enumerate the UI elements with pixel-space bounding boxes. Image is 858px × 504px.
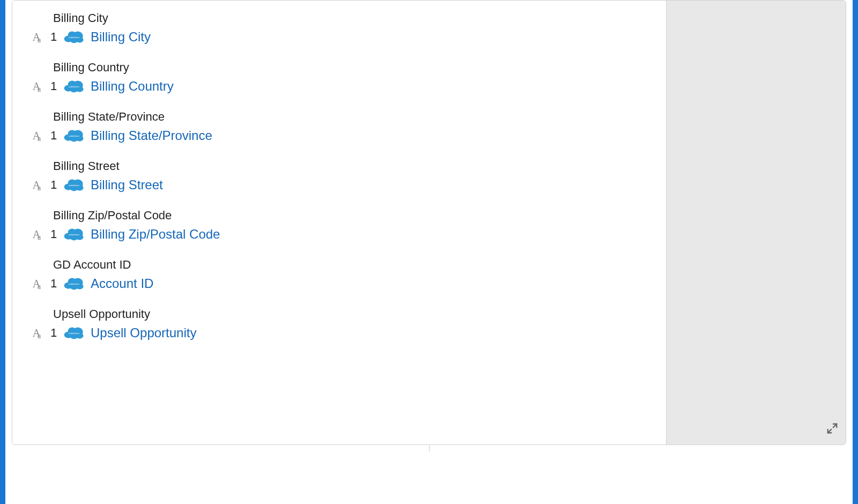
field-row: Aa 1 salesforce Billing State/Province	[28, 128, 645, 143]
field-title: GD Account ID	[53, 258, 645, 272]
divider-tick	[429, 445, 430, 451]
field-count: 1	[50, 178, 57, 192]
field-count: 1	[50, 326, 57, 340]
field-group: Billing Country Aa 1 salesforce Billing …	[28, 61, 645, 94]
text-type-icon: Aa	[28, 229, 45, 240]
field-link[interactable]: Billing Country	[91, 79, 174, 94]
field-row: Aa 1 salesforce Billing Zip/Postal Code	[28, 227, 645, 242]
field-count: 1	[50, 227, 57, 241]
field-title: Billing Street	[53, 159, 645, 173]
salesforce-icon: salesforce	[63, 128, 85, 143]
field-title: Billing Country	[53, 61, 645, 75]
field-title: Upsell Opportunity	[53, 307, 645, 321]
field-link[interactable]: Account ID	[91, 276, 153, 291]
svg-text:salesforce: salesforce	[69, 283, 79, 285]
side-panel	[666, 1, 846, 444]
field-row: Aa 1 salesforce Billing City	[28, 29, 645, 45]
field-link[interactable]: Billing State/Province	[91, 128, 212, 143]
field-link[interactable]: Upsell Opportunity	[91, 325, 196, 340]
field-group: GD Account ID Aa 1 salesforce Account ID	[28, 258, 645, 291]
text-type-icon: Aa	[28, 32, 45, 42]
bottom-area	[12, 445, 846, 496]
text-type-icon: Aa	[28, 130, 45, 141]
text-type-icon: Aa	[28, 81, 45, 92]
field-row: Aa 1 salesforce Billing Street	[28, 177, 645, 192]
field-link[interactable]: Billing City	[91, 29, 151, 45]
field-list-panel: Billing City Aa 1 salesforce Billing Cit…	[12, 1, 666, 444]
salesforce-icon: salesforce	[63, 29, 85, 45]
field-count: 1	[50, 129, 57, 143]
field-row: Aa 1 salesforce Upsell Opportunity	[28, 325, 645, 340]
svg-text:salesforce: salesforce	[69, 36, 79, 39]
text-type-icon: Aa	[28, 180, 45, 190]
field-title: Billing State/Province	[53, 110, 645, 124]
salesforce-icon: salesforce	[63, 79, 85, 94]
field-group: Upsell Opportunity Aa 1 salesforce Upsel…	[28, 307, 645, 340]
field-group: Billing State/Province Aa 1 salesforce B…	[28, 110, 645, 143]
salesforce-icon: salesforce	[63, 276, 85, 291]
salesforce-icon: salesforce	[63, 177, 85, 192]
salesforce-icon: salesforce	[63, 227, 85, 242]
svg-text:salesforce: salesforce	[69, 85, 79, 88]
field-group: Billing Street Aa 1 salesforce Billing S…	[28, 159, 645, 192]
svg-text:salesforce: salesforce	[69, 332, 79, 335]
field-group: Billing City Aa 1 salesforce Billing Cit…	[28, 11, 645, 45]
field-group: Billing Zip/Postal Code Aa 1 salesforce …	[28, 209, 645, 242]
field-title: Billing City	[53, 11, 645, 25]
field-link[interactable]: Billing Street	[91, 177, 163, 192]
field-row: Aa 1 salesforce Account ID	[28, 276, 645, 291]
outer-frame: Billing City Aa 1 salesforce Billing Cit…	[0, 0, 858, 504]
text-type-icon: Aa	[28, 328, 45, 338]
field-row: Aa 1 salesforce Billing Country	[28, 79, 645, 94]
expand-icon[interactable]	[826, 423, 838, 437]
svg-text:salesforce: salesforce	[69, 184, 79, 187]
field-count: 1	[50, 30, 57, 44]
salesforce-icon: salesforce	[63, 325, 85, 340]
svg-text:salesforce: salesforce	[69, 135, 79, 137]
main-container: Billing City Aa 1 salesforce Billing Cit…	[12, 0, 846, 445]
text-type-icon: Aa	[28, 278, 45, 289]
field-title: Billing Zip/Postal Code	[53, 209, 645, 223]
field-count: 1	[50, 277, 57, 291]
svg-text:salesforce: salesforce	[69, 233, 79, 236]
field-count: 1	[50, 79, 57, 93]
field-link[interactable]: Billing Zip/Postal Code	[91, 227, 220, 242]
